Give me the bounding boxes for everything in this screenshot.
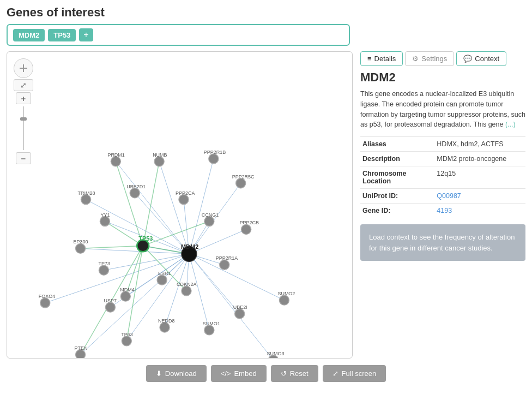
uniprot-value[interactable]: Q00987 [434,189,525,204]
svg-line-34 [143,222,209,246]
tab-details[interactable]: ≡ Details [360,51,403,66]
svg-text:FOXO4: FOXO4 [39,294,55,299]
svg-text:MDM2: MDM2 [181,243,198,250]
add-gene-button[interactable]: + [79,28,93,41]
svg-text:PPP2R1A: PPP2R1A [216,255,238,261]
network-node-TP53[interactable]: TP53 [137,235,153,252]
network-panel: ⤢ + − MDM2TP53PRDM1NUMBPPP2R1BPPP2R5CTRI… [7,51,353,359]
svg-point-68 [99,265,108,275]
download-button[interactable]: ⬇ Download [146,365,207,382]
context-message-box: Load context to see the frequency of alt… [360,224,525,261]
svg-text:PPP2R5C: PPP2R5C [232,174,255,180]
gene-input-bar: MDM2 TP53 + [7,24,350,46]
uniprot-label: UniProt ID: [360,189,434,204]
svg-point-60 [76,243,86,253]
network-node-NEDD8[interactable]: NEDD8 [158,318,174,332]
context-icon: 💬 [463,55,472,63]
svg-line-27 [143,162,159,246]
zoom-controls: ⤢ + − [14,58,33,164]
svg-line-26 [116,162,143,246]
fullscreen-button[interactable]: ⤢ Full screen [323,365,386,382]
svg-text:PTEN: PTEN [75,345,88,351]
network-node-TP73[interactable]: TP73 [98,261,110,275]
download-icon: ⬇ [156,369,162,378]
details-icon: ≡ [367,55,372,63]
reset-button[interactable]: ↺ Reset [271,365,318,382]
embed-icon: </> [221,369,231,378]
network-node-SUMO2[interactable]: SUMO2 [277,291,295,305]
svg-text:PPP2R1B: PPP2R1B [204,150,226,155]
svg-point-48 [81,195,91,205]
zoom-minus[interactable]: − [16,152,31,164]
svg-text:NUMB: NUMB [153,152,167,158]
embed-button[interactable]: </> Embed [211,365,267,382]
svg-text:TRIM28: TRIM28 [78,190,95,196]
read-more-link[interactable]: (...) [505,121,516,128]
svg-text:UBE2D1: UBE2D1 [126,184,146,189]
description-label: Description [360,152,434,166]
settings-icon: ⚙ [412,55,419,63]
network-node-PTEN[interactable]: PTEN [75,345,88,358]
tab-context[interactable]: 💬 Context [456,51,506,66]
network-node-PPP2CB[interactable]: PPP2CB [240,220,259,235]
tab-settings[interactable]: ⚙ Settings [405,51,454,66]
download-label: Download [165,369,197,378]
svg-line-28 [81,246,143,248]
network-node-CDKN2A[interactable]: CDKN2A [177,282,196,296]
network-node-MDM4[interactable]: MDM4 [120,287,134,301]
network-node-TP63[interactable]: TP63 [121,332,132,346]
network-node-PRDM1[interactable]: PRDM1 [107,152,124,166]
network-svg[interactable]: MDM2TP53PRDM1NUMBPPP2R1BPPP2R5CTRIM28UBE… [7,52,352,358]
svg-text:CDKN2A: CDKN2A [177,282,196,287]
network-node-PPP2R1B[interactable]: PPP2R1B [204,150,226,164]
network-node-UBE2I[interactable]: UBE2I [233,304,247,319]
svg-point-56 [204,217,214,226]
network-node-EP300[interactable]: EP300 [74,239,88,253]
chrom-value: 12q15 [434,166,525,189]
network-node-NUMB[interactable]: NUMB [153,152,167,166]
network-node-SUMO3[interactable]: SUMO3 [267,351,284,358]
network-node-PPP2R5C[interactable]: PPP2R5C [232,174,255,188]
network-node-FOXO4[interactable]: FOXO4 [39,294,55,308]
svg-text:TP53: TP53 [138,235,153,242]
network-node-PPP2CA[interactable]: PPP2CA [176,190,195,205]
svg-point-86 [279,295,289,305]
svg-point-62 [157,275,167,285]
svg-point-42 [154,157,164,166]
bottom-toolbar: ⬇ Download </> Embed ↺ Reset ⤢ Full scre… [7,359,525,389]
zoom-expand[interactable]: ⤢ [14,79,33,91]
network-node-PPP2R1A[interactable]: PPP2R1A [216,255,238,270]
svg-text:YY1: YY1 [100,212,110,218]
network-node-TRIM28[interactable]: TRIM28 [78,190,95,205]
svg-point-72 [105,302,115,312]
zoom-plus[interactable]: + [16,92,31,104]
svg-point-84 [235,309,245,319]
svg-line-25 [189,254,274,358]
svg-point-64 [220,260,229,270]
network-node-ESR1[interactable]: ESR1 [157,271,171,285]
geneid-link[interactable]: 4193 [437,207,452,214]
network-node-SUMO1[interactable]: SUMO1 [203,321,220,335]
gene-tag-tp53[interactable]: TP53 [48,29,76,41]
gene-tag-mdm2[interactable]: MDM2 [13,29,45,41]
compass-control[interactable] [14,58,33,78]
svg-point-40 [111,157,120,166]
network-node-CCNG1[interactable]: CCNG1 [202,212,219,226]
svg-point-54 [100,217,110,226]
geneid-value[interactable]: 4193 [434,204,525,218]
svg-text:EP300: EP300 [74,239,88,244]
svg-point-74 [40,298,50,308]
svg-line-18 [45,254,189,303]
zoom-slider-track[interactable] [23,106,24,150]
svg-text:TP73: TP73 [98,261,110,266]
tab-context-label: Context [475,55,499,63]
network-node-YY1[interactable]: YY1 [100,212,110,226]
svg-text:USP7: USP7 [104,298,116,303]
svg-text:ESR1: ESR1 [158,271,171,276]
geneid-label: Gene ID: [360,204,434,218]
svg-point-78 [122,336,131,346]
aliases-label: Aliases [360,137,434,152]
svg-text:SUMO1: SUMO1 [203,321,220,326]
uniprot-link[interactable]: Q00987 [437,192,461,200]
network-node-MDM2[interactable]: MDM2 [181,243,198,261]
